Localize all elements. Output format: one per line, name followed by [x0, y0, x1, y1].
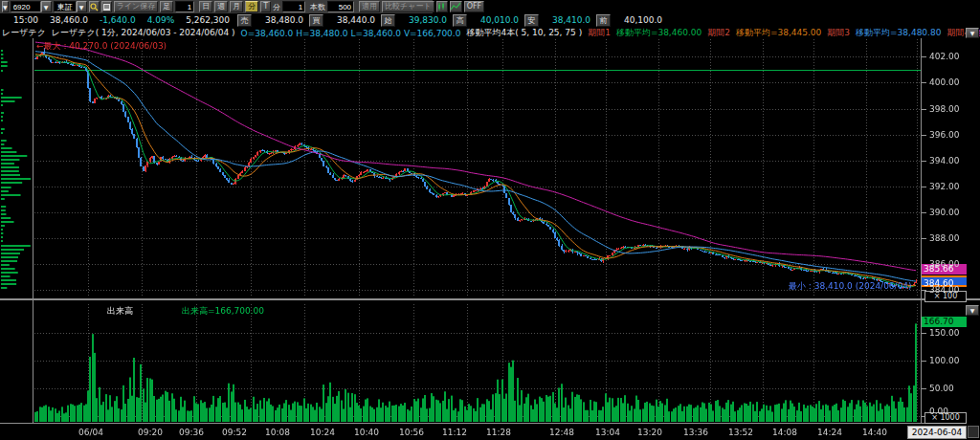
line-chart-icon	[451, 2, 461, 11]
apply-button[interactable]: 適用	[359, 1, 380, 12]
chevron-down-icon: ▼	[970, 30, 975, 36]
chevron-down-icon: ▼	[44, 4, 49, 11]
chevron-down-icon: ▼	[970, 307, 975, 314]
high-value: 40,010.0	[469, 15, 519, 25]
bid-value: 38,440.0	[325, 15, 375, 25]
prev-close-badge: 前	[596, 14, 611, 27]
symbol-combo: ▼	[11, 1, 52, 12]
chevron-down-icon: ▼	[3, 4, 8, 11]
edit-list-icon	[102, 3, 111, 11]
top-toolbar: ▼ ▼ 東証 ▼ ライン保存 足 日 週 月 分 T 分 本数 適用 比較チャー…	[0, 0, 980, 13]
line-save-button[interactable]: ライン保存	[114, 1, 159, 12]
symbol-edit-button[interactable]	[101, 1, 112, 12]
search-icon	[90, 3, 99, 11]
quote-row: 15:00 38,460.0 -1,640.0 4.09% 5,262,300 …	[0, 13, 980, 27]
high-badge: 高	[453, 14, 467, 27]
exchange-value[interactable]: 東証	[54, 1, 77, 12]
line-chart-tool-button[interactable]	[450, 1, 462, 12]
candle-chart-tool-button[interactable]	[436, 1, 448, 12]
ask-badge: 売	[237, 14, 252, 27]
volume-pane-dropdown-button[interactable]: ▼	[966, 305, 979, 316]
quote-change: -1,640.0	[100, 15, 136, 25]
minute-value-input[interactable]	[282, 1, 305, 12]
open-badge: 始	[381, 14, 395, 27]
ohlc-readout: O=38,460.0 H=38,480.0 L=38,460.0 V=166,7…	[241, 29, 461, 38]
bid-badge: 買	[309, 14, 323, 27]
prev-close-value: 40,100.0	[612, 15, 662, 25]
compare-chart-button[interactable]: 比較チャート	[382, 1, 434, 12]
bar-interval-input[interactable]	[175, 1, 194, 12]
window-dropdown-button[interactable]: ▼	[2, 1, 9, 12]
bar-type-label: 足	[160, 1, 173, 12]
draw-off-toggle[interactable]: OFF	[464, 1, 485, 12]
quote-change-pct: 4.09%	[147, 15, 175, 25]
minute-unit-label: 分	[273, 2, 280, 12]
price-pane-dropdown-button[interactable]: ▼	[966, 28, 979, 38]
toolbar-controls: ▼ ▼ 東証 ▼ ライン保存 足 日 週 月 分 T 分 本数 適用 比較チャー…	[0, 0, 433, 13]
symbol-search-button[interactable]	[89, 1, 100, 12]
bar-count-input[interactable]	[327, 1, 354, 12]
period-tick-button[interactable]: T	[260, 1, 271, 12]
price-volume-chart[interactable]	[0, 38, 980, 440]
period-day-button[interactable]: 日	[199, 1, 212, 12]
open-value: 39,830.0	[397, 15, 447, 25]
period-week-button[interactable]: 週	[214, 1, 228, 12]
bar-count-label: 本数	[310, 2, 325, 12]
ask-value: 38,480.0	[254, 15, 303, 25]
quote-volume: 5,262,300	[186, 15, 230, 25]
low-value: 38,410.0	[541, 15, 590, 25]
quote-last-price: 38,460.0	[50, 15, 88, 25]
period-month-button[interactable]: 月	[230, 1, 243, 12]
symbol-code-input[interactable]	[11, 1, 41, 12]
quote-time: 15:00	[13, 15, 38, 25]
symbol-dropdown-button[interactable]: ▼	[41, 1, 52, 12]
exchange-dropdown-button[interactable]: ▼	[77, 1, 87, 12]
low-badge: 安	[524, 14, 539, 27]
exchange-combo: 東証 ▼	[54, 1, 87, 12]
period-minute-button[interactable]: 分	[245, 1, 258, 12]
chevron-down-icon: ▼	[79, 4, 84, 11]
candle-chart-icon	[437, 2, 447, 11]
